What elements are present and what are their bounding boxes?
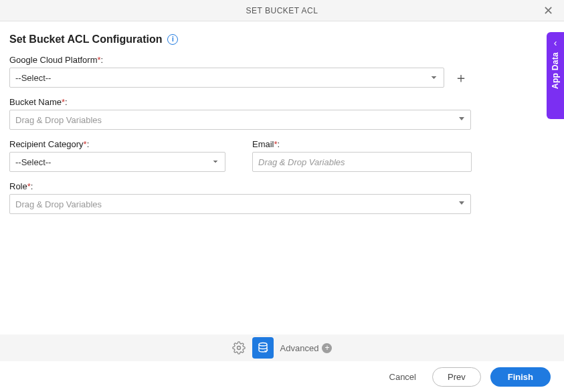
field-role: Role*: bbox=[9, 181, 471, 214]
dialog-footer: Cancel Prev Finish bbox=[0, 361, 564, 392]
plus-icon: ＋ bbox=[454, 69, 468, 87]
advanced-toggle[interactable]: Advanced + bbox=[280, 343, 333, 353]
required-marker: * bbox=[274, 139, 278, 149]
required-marker: * bbox=[84, 139, 87, 149]
dialog-titlebar: SET BUCKET ACL ✕ bbox=[0, 0, 564, 21]
database-icon bbox=[257, 342, 269, 354]
chevron-left-icon: ‹ bbox=[554, 37, 557, 48]
settings-button[interactable] bbox=[232, 341, 246, 355]
app-data-tab[interactable]: ‹ App Data bbox=[547, 32, 564, 119]
svg-point-1 bbox=[259, 343, 267, 347]
bucket-label: Bucket Name*: bbox=[9, 97, 471, 107]
finish-button[interactable]: Finish bbox=[490, 367, 551, 387]
dialog-title: SET BUCKET ACL bbox=[246, 6, 318, 15]
info-icon[interactable]: i bbox=[167, 34, 178, 45]
add-gcp-button[interactable]: ＋ bbox=[451, 68, 471, 88]
required-marker: * bbox=[98, 55, 101, 65]
form-area: Google Cloud Platform*: --Select-- ＋ Buc… bbox=[9, 55, 471, 214]
plus-circle-icon: + bbox=[322, 343, 332, 353]
row-recipient-email: Recipient Category*: --Select-- Email*: bbox=[9, 139, 471, 172]
bottom-toolbar: Advanced + bbox=[0, 334, 564, 361]
field-email: Email*: bbox=[252, 139, 472, 172]
bucket-label-text: Bucket Name bbox=[9, 97, 62, 107]
close-button[interactable]: ✕ bbox=[537, 0, 559, 21]
email-label-text: Email bbox=[252, 139, 274, 149]
required-marker: * bbox=[62, 97, 65, 107]
app-data-label: App Data bbox=[551, 52, 560, 89]
gcp-label: Google Cloud Platform*: bbox=[9, 55, 471, 65]
page-title: Set Bucket ACL Configuration bbox=[9, 33, 162, 45]
cancel-button[interactable]: Cancel bbox=[383, 368, 423, 386]
field-bucket: Bucket Name*: bbox=[9, 97, 471, 130]
close-icon: ✕ bbox=[543, 3, 553, 18]
data-panel-button[interactable] bbox=[252, 337, 274, 359]
advanced-label: Advanced bbox=[280, 343, 319, 353]
required-marker: * bbox=[27, 181, 31, 191]
dialog-content: Set Bucket ACL Configuration i Google Cl… bbox=[0, 21, 564, 214]
recipient-label-text: Recipient Category bbox=[9, 139, 84, 149]
role-input[interactable] bbox=[9, 194, 471, 214]
role-label-text: Role bbox=[9, 181, 27, 191]
recipient-select[interactable]: --Select-- bbox=[9, 152, 225, 172]
svg-point-0 bbox=[237, 347, 240, 350]
recipient-label: Recipient Category*: bbox=[9, 139, 225, 149]
gcp-label-text: Google Cloud Platform bbox=[9, 55, 98, 65]
role-label: Role*: bbox=[9, 181, 471, 191]
email-label: Email*: bbox=[252, 139, 472, 149]
gear-icon bbox=[232, 341, 246, 355]
gcp-select[interactable]: --Select-- bbox=[9, 68, 444, 88]
bucket-input[interactable] bbox=[9, 110, 471, 130]
prev-button[interactable]: Prev bbox=[432, 367, 481, 387]
field-recipient: Recipient Category*: --Select-- bbox=[9, 139, 225, 172]
field-gcp: Google Cloud Platform*: --Select-- ＋ bbox=[9, 55, 471, 88]
page-heading: Set Bucket ACL Configuration i bbox=[9, 33, 555, 45]
email-input[interactable] bbox=[252, 152, 472, 172]
